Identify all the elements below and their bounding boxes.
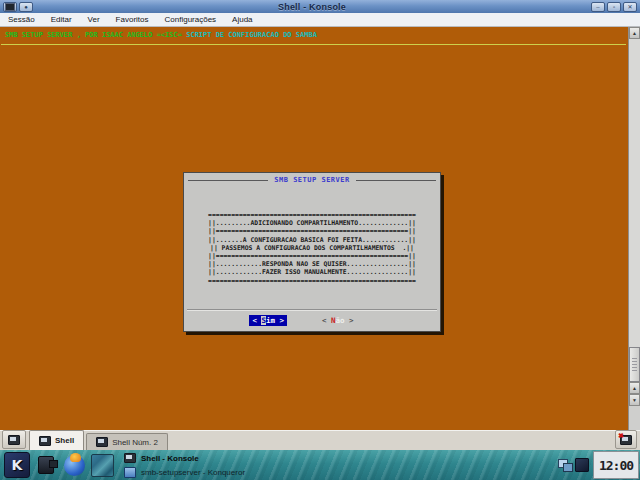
nao-bracket-left: <: [322, 316, 331, 325]
maximize-button[interactable]: ▫: [607, 2, 621, 12]
terminal-header-line: SMB SETUP SERVER , POR ISAAC ANGELO =<IS…: [5, 31, 317, 39]
window-menu-button[interactable]: [3, 2, 17, 12]
close-session-button[interactable]: ✖: [615, 430, 637, 449]
task-shell-konsole[interactable]: Shell - Konsole: [124, 452, 245, 465]
system-launcher-button[interactable]: [34, 453, 58, 477]
tab-label: Shell Núm. 2: [112, 438, 158, 447]
dialog-text-line: || PASSEMOS A CONFIGURACAO DOS COMPARTIL…: [210, 244, 414, 252]
task-label: Shell - Konsole: [141, 454, 199, 463]
arrow-up-icon: ▲: [632, 30, 637, 36]
close-button[interactable]: ✕: [623, 2, 637, 12]
arrow-down-icon: ▼: [632, 397, 637, 403]
red-x-icon: ✖: [618, 432, 624, 439]
kicker-panel: K Shell - Konsole smb-setupserver - Konq…: [0, 450, 640, 480]
new-session-icon: [8, 435, 20, 445]
desktop-access-button[interactable]: [90, 453, 114, 477]
sim-label-rest: im: [266, 316, 275, 325]
window-titlebar: ● Shell - Konsole – ▫ ✕: [0, 0, 640, 13]
taskbar: Shell - Konsole smb-setupserver - Konque…: [124, 452, 245, 479]
scroll-up-button[interactable]: ▲: [629, 27, 640, 39]
terminal-header-left: SMB SETUP SERVER , POR ISAAC ANGELO =<IS…: [5, 31, 186, 39]
k-menu-button[interactable]: K: [4, 452, 30, 478]
nao-bracket-right: >: [345, 316, 354, 325]
network-monitor-tray-icon[interactable]: [558, 459, 572, 471]
konqueror-task-icon: [124, 467, 136, 478]
nao-label-rest: ão: [336, 316, 345, 325]
tab-label: Shell: [55, 436, 74, 445]
new-session-button[interactable]: [2, 430, 26, 449]
globe-icon: [64, 455, 85, 476]
terminal-view[interactable]: SMB SETUP SERVER , POR ISAAC ANGELO =<IS…: [0, 27, 628, 430]
menu-ver[interactable]: Ver: [80, 13, 108, 26]
menu-ajuda[interactable]: Ajuda: [224, 13, 260, 26]
terminal-header-right: SCRIPT DE CONFIGURACAO DO SAMBA: [186, 31, 317, 39]
menu-favoritos[interactable]: Favoritos: [108, 13, 157, 26]
dialog-title-rule-right: [356, 180, 436, 181]
close-icon: ✕: [627, 4, 632, 10]
computer-icon: [38, 456, 54, 474]
dialog-text-line: ||.........ADICIONANDO COMPARTILHAMENTO.…: [208, 219, 416, 227]
tab-shell-num-2[interactable]: Shell Núm. 2: [86, 433, 168, 450]
scrollbar-thumb[interactable]: [629, 347, 640, 382]
session-tab-bar: Shell Shell Núm. 2 ✖: [0, 430, 640, 450]
sim-button[interactable]: < Sim >: [249, 315, 287, 326]
terminal-tab-icon: [96, 437, 108, 447]
menu-sessao[interactable]: Sessão: [0, 13, 43, 26]
menu-bar: Sessão Editar Ver Favoritos Configuraçõe…: [0, 13, 640, 27]
desktop-screen: ● Shell - Konsole – ▫ ✕ Sessão Editar Ve…: [0, 0, 640, 480]
dialog-text-line: ||............RESPONDA NAO SE QUISER....…: [208, 260, 416, 268]
dialog-text-line: ||======================================…: [208, 252, 416, 260]
task-smb-setupserver-konqueror[interactable]: smb-setupserver - Konqueror: [124, 466, 245, 479]
scrollbar-grip: [632, 358, 637, 372]
dialog-text-line: ||======================================…: [208, 227, 416, 235]
menu-editar[interactable]: Editar: [43, 13, 80, 26]
desktop-icon: [91, 454, 114, 477]
dialog-text-line: ||............FAZER ISSO MANUALMENTE....…: [208, 268, 416, 276]
menu-configuracoes[interactable]: Configurações: [157, 13, 225, 26]
dialog-title-row: SMB SETUP SERVER: [188, 176, 436, 184]
panel-clock[interactable]: 12:00: [593, 451, 639, 479]
monitor-icon: [563, 463, 573, 472]
minimize-button[interactable]: –: [591, 2, 605, 12]
dialog-title-rule-left: [188, 180, 268, 181]
dialog-button-separator: [187, 309, 437, 311]
maximize-icon: ▫: [613, 4, 615, 10]
dialog-message-box: ========================================…: [184, 211, 440, 285]
scroll-down-button[interactable]: ▼: [629, 394, 640, 406]
dialog-text-line: ========================================…: [208, 277, 416, 285]
window-title: Shell - Konsole: [34, 2, 590, 12]
minimize-icon: –: [596, 4, 599, 10]
scroll-up-button-bottom[interactable]: ▲: [629, 382, 640, 394]
nao-button[interactable]: < Não >: [319, 315, 357, 326]
kde-logo-icon: K: [12, 457, 23, 473]
arrow-up-icon: ▲: [632, 385, 637, 391]
clock-time: 12:00: [599, 458, 633, 473]
pin-icon: ●: [24, 4, 28, 10]
smb-setup-dialog: SMB SETUP SERVER =======================…: [183, 172, 441, 332]
task-label: smb-setupserver - Konqueror: [141, 468, 245, 477]
terminal-tab-icon: [39, 436, 51, 446]
terminal-separator-line: [1, 44, 626, 45]
sticky-button[interactable]: ●: [19, 2, 33, 12]
tray-applet-icon[interactable]: [575, 458, 589, 472]
konsole-icon: [5, 3, 15, 11]
dialog-text-line: ========================================…: [208, 211, 416, 219]
konqueror-launcher-button[interactable]: [62, 453, 86, 477]
scrollbar-track[interactable]: [629, 39, 640, 382]
dialog-button-row: < Sim > < Não >: [175, 315, 431, 326]
tab-shell[interactable]: Shell: [29, 430, 84, 450]
konsole-task-icon: [124, 453, 136, 463]
dialog-text-line: ||.......A CONFIGURACAO BASICA FOI FEITA…: [208, 236, 416, 244]
terminal-scrollbar[interactable]: ▲ ▲ ▼: [628, 27, 640, 430]
dialog-title: SMB SETUP SERVER: [268, 176, 355, 184]
sim-bracket-right: >: [275, 316, 284, 325]
system-tray: [558, 458, 589, 472]
